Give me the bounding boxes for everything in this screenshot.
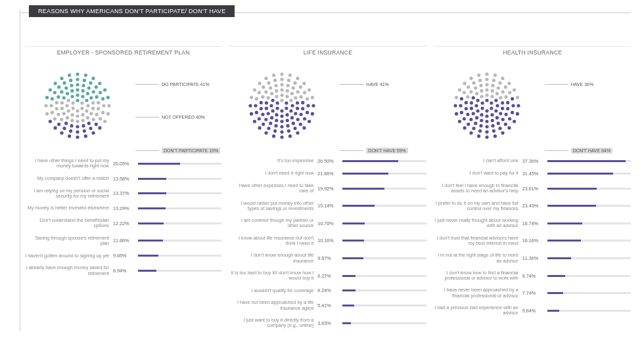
svg-point-118: [281, 83, 284, 86]
bar-track: [342, 205, 426, 207]
svg-point-10: [98, 82, 101, 85]
svg-point-7: [69, 79, 72, 82]
svg-point-47: [60, 101, 64, 104]
svg-point-26: [99, 91, 102, 94]
svg-point-186: [296, 117, 300, 121]
bar-fill: [342, 205, 374, 207]
bar-fill: [342, 222, 365, 224]
svg-point-180: [275, 113, 279, 116]
svg-point-117: [258, 82, 262, 85]
svg-point-66: [101, 111, 104, 114]
svg-point-76: [86, 116, 89, 119]
columns: EMPLOYER - SPONSORED RETIREMENT PLANDO P…: [25, 46, 631, 335]
svg-point-306: [507, 126, 511, 129]
svg-point-60: [97, 107, 100, 110]
svg-point-264: [511, 104, 515, 107]
svg-point-307: [463, 126, 466, 129]
svg-point-275: [494, 109, 497, 112]
svg-point-211: [281, 135, 284, 138]
bar-track: [138, 192, 221, 194]
bar-label: I wouldn't qualify for coverage: [229, 288, 313, 293]
svg-point-228: [467, 85, 470, 89]
bar-value: 10.70%: [317, 221, 338, 226]
bar-track: [138, 163, 221, 165]
svg-point-78: [99, 117, 102, 120]
svg-point-39: [101, 97, 104, 100]
svg-point-196: [262, 123, 265, 126]
svg-point-5: [76, 77, 79, 81]
bar-value: 12.22%: [113, 221, 134, 226]
svg-point-124: [269, 87, 272, 90]
bar-fill: [342, 173, 388, 175]
svg-point-125: [253, 88, 256, 91]
svg-point-75: [76, 114, 79, 117]
svg-point-53: [49, 104, 53, 107]
bar-label: My company doesn't offer a match: [25, 176, 109, 181]
bar-value: 16.74%: [522, 221, 543, 226]
svg-point-14: [70, 84, 73, 87]
bar-label: I don't know enough about life insurance: [229, 253, 313, 264]
svg-point-223: [463, 82, 466, 85]
svg-point-289: [475, 116, 478, 119]
svg-point-134: [290, 92, 294, 95]
bar-fill: [342, 322, 350, 324]
svg-point-294: [490, 119, 494, 122]
svg-point-207: [296, 131, 300, 135]
svg-point-48: [80, 101, 83, 104]
bar-label: Saving through spouse's retirement plan: [25, 236, 109, 247]
svg-point-269: [480, 106, 484, 110]
svg-point-82: [81, 119, 85, 122]
bar-fill: [138, 270, 156, 272]
column-title: HEALTH INSURANCE: [434, 46, 631, 61]
svg-point-115: [267, 81, 271, 85]
svg-point-246: [504, 95, 507, 98]
svg-point-151: [260, 101, 263, 104]
svg-point-270: [501, 107, 504, 110]
bar-label: Have other expenses I need to take care …: [229, 183, 313, 194]
svg-point-2: [68, 74, 71, 77]
bar-row: I know about life insurance but don't th…: [229, 236, 426, 247]
svg-point-182: [290, 116, 294, 119]
bar-row: I can't afford one37.36%: [434, 158, 631, 164]
svg-point-121: [299, 85, 302, 89]
bar-value: 19.92%: [317, 186, 338, 192]
svg-point-316: [477, 135, 480, 138]
bar-label: I have other things I need to put my mon…: [25, 158, 109, 169]
svg-point-167: [260, 107, 263, 110]
bar-label: I don't need it right now: [229, 171, 313, 176]
bar-list: It's too expensive26.50%I don't need it …: [229, 158, 426, 329]
bar-row: Saving through spouse's retirement plan1…: [25, 236, 221, 247]
svg-point-217: [485, 77, 488, 81]
svg-point-169: [290, 109, 293, 112]
bar-track: [547, 222, 631, 224]
svg-point-251: [511, 97, 514, 100]
svg-point-278: [511, 111, 514, 114]
svg-point-234: [490, 89, 494, 93]
svg-point-135: [270, 92, 273, 95]
svg-point-203: [294, 127, 297, 130]
legend-item: DON'T HAVE 64%: [545, 148, 612, 154]
svg-point-236: [501, 90, 504, 93]
bar-label: I am relying on my pension or social sec…: [25, 188, 109, 200]
svg-point-104: [68, 135, 71, 138]
legend-label: DO PARTICIPATE 41%: [162, 82, 210, 87]
svg-point-28: [86, 92, 89, 95]
bar-row: I just never really thought about workin…: [434, 218, 631, 229]
bar-track: [342, 173, 426, 175]
svg-point-80: [92, 117, 95, 121]
svg-point-254: [494, 98, 497, 102]
bar-fill: [547, 240, 581, 242]
svg-point-299: [474, 121, 477, 125]
bar-track: [547, 188, 631, 190]
legend-connector: [135, 117, 159, 117]
svg-point-280: [471, 112, 474, 115]
svg-point-4: [60, 77, 63, 80]
dot-area: HAVE 36%DON'T HAVE 64%: [434, 62, 631, 154]
svg-point-114: [294, 81, 297, 85]
bar-track: [547, 292, 631, 294]
svg-point-43: [67, 98, 70, 102]
svg-point-68: [62, 112, 66, 115]
bar-row: Don't understand the benefit/plan option…: [25, 218, 221, 229]
legend-label: HAVE 41%: [366, 82, 389, 87]
bar-label: I know about life insurance but don't th…: [229, 236, 313, 247]
